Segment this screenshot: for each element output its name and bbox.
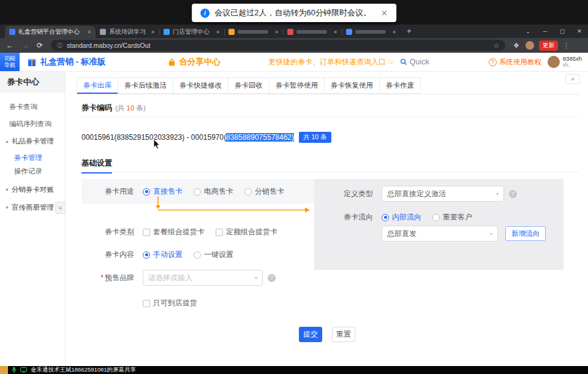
radio-one-click-setup[interactable]: 一键设置 <box>194 250 233 260</box>
quick-link[interactable]: Quick <box>410 58 429 66</box>
favicon <box>287 29 293 35</box>
checkbox-label: 定额组合提货卡 <box>226 227 277 237</box>
radio-manual-setup[interactable]: 手动设置 <box>143 250 183 260</box>
close-button[interactable]: ✕ <box>571 28 588 34</box>
browser-tab-3[interactable]: 门店管理中心 ✕ <box>159 26 224 38</box>
sidebar-item-operation-log[interactable]: 操作记录 <box>0 164 65 178</box>
chevron-down-icon: ▾ <box>491 191 499 197</box>
tab-card-suspend[interactable]: 券卡暂停使用 <box>270 77 325 94</box>
tab-close-icon[interactable]: ✕ <box>271 29 279 35</box>
help-icon[interactable]: ? <box>268 274 276 282</box>
tab-card-later-activate[interactable]: 券卡后续激活 <box>118 77 173 94</box>
back-button[interactable]: ← <box>6 41 13 50</box>
label-text: 预售品牌 <box>105 273 134 282</box>
reset-button[interactable]: 重置 <box>332 327 355 342</box>
collapse-panel-button[interactable]: » <box>565 74 580 84</box>
row-presale-brand: *预售品牌 请选择或输入 ▾ ? <box>98 270 276 286</box>
browser-profile-avatar[interactable] <box>526 41 534 50</box>
screen-share-icon <box>20 367 27 373</box>
tab-card-resume[interactable]: 券卡恢复使用 <box>325 77 380 94</box>
form-label: 定义类型 <box>341 189 373 199</box>
chevron-down-icon[interactable]: ⌄ <box>519 28 537 34</box>
count-number: 10 <box>127 104 135 112</box>
url-text: standard.maboy.cn/CardsOut <box>67 42 150 49</box>
required-asterisk: * <box>100 273 104 282</box>
function-nav-button[interactable]: 功能 导航 <box>0 53 20 71</box>
radio-label: 一键设置 <box>204 250 233 260</box>
row-card-flow: 券卡流向 内部流向 重要客户 <box>341 212 483 223</box>
sidebar-collapse-toggle[interactable]: ≡ <box>55 202 66 214</box>
radio-distribution-sale[interactable]: 分销售卡 <box>244 186 284 197</box>
count-prefix: (共 <box>115 104 127 112</box>
form-label: 券卡类别 <box>102 227 134 237</box>
define-type-select[interactable]: 总部直接定义激活 ▾ <box>382 186 504 202</box>
browser-tab-5[interactable]: ✕ <box>283 26 342 38</box>
address-bar[interactable]: ⓘ standard.maboy.cn/CardsOut ☆ <box>51 40 505 51</box>
flow-target-select[interactable]: 总部直发 ▾ <box>382 226 498 242</box>
new-tab-button[interactable]: + <box>407 26 412 36</box>
add-flow-button[interactable]: 新增流向 <box>505 226 546 241</box>
browser-tab-1[interactable]: 礼盒营销平台管理中心 ✕ <box>5 26 96 38</box>
browser-tab-4[interactable]: ✕ <box>224 26 283 38</box>
tab-title: 门店管理中心 <box>173 28 209 36</box>
toast-message: 会议已超过2人，自动转为60分钟限时会议。 <box>214 7 371 18</box>
tab-close-icon[interactable]: ✕ <box>84 29 91 35</box>
extensions-icon[interactable]: ❖ <box>513 42 519 50</box>
tab-card-outbound[interactable]: 券卡出库 <box>77 77 118 94</box>
tab-close-icon[interactable]: ✕ <box>330 29 337 35</box>
radio-label: 电商售卡 <box>204 186 233 197</box>
tab-close-icon[interactable]: ✕ <box>148 29 155 35</box>
share-center-link[interactable]: 合分享中心 <box>179 56 221 67</box>
sidebar-item-card-query[interactable]: 券卡查询 <box>0 100 65 113</box>
tab-card-void[interactable]: 券卡作废 <box>380 77 421 94</box>
sidebar-item-label: 分销券卡对账 <box>12 185 54 194</box>
row-flow-target: 总部直发 ▾ 新增流向 <box>382 226 546 242</box>
maximize-button[interactable]: ▢ <box>554 28 571 34</box>
chevron-down-icon: ▾ <box>250 275 257 281</box>
browser-tab-2[interactable]: 系统培训学习 ✕ <box>96 26 159 38</box>
brand-select[interactable]: 请选择或输入 ▾ <box>143 270 263 286</box>
browser-update-button[interactable]: 更新 <box>539 40 558 51</box>
minimize-button[interactable]: ─ <box>537 28 554 34</box>
pointer-icon: ☞ <box>388 58 395 66</box>
header-right: ? 系统使用教程 8385xh xh. <box>489 56 582 69</box>
sidebar: 券卡中心 券卡查询 编码序列查询 ▲ 礼品券卡管理 券卡管理 操作记录 ▼ 分销… <box>0 72 66 366</box>
tab-card-quick-edit[interactable]: 券卡快捷修改 <box>173 77 228 94</box>
reload-button[interactable]: ⟳ <box>37 41 43 50</box>
bookmark-star-icon[interactable]: ☆ <box>494 42 499 49</box>
toast-close-icon[interactable]: ✕ <box>381 9 388 18</box>
checkbox-icon <box>143 229 150 236</box>
checkbox-combo-pickup-card[interactable]: 套餐组合提货卡 <box>143 227 205 237</box>
sidebar-item-card-management[interactable]: 券卡管理 <box>0 151 65 164</box>
sidebar-group-gift-card-management[interactable]: ▲ 礼品券卡管理 <box>0 134 65 148</box>
tab-title-placeholder <box>296 30 327 34</box>
forward-button[interactable]: → <box>21 41 29 50</box>
app-header: 功能 导航 礼盒营销 - 标准版 合分享中心 更快捷的券卡、订单和快递查询入口 … <box>0 53 588 72</box>
microphone-icon <box>12 367 17 373</box>
browser-tab-6[interactable]: ✕ <box>342 26 401 38</box>
radio-ecommerce-sale[interactable]: 电商售卡 <box>194 186 233 197</box>
sidebar-group-distribution-card-reconcile[interactable]: ▼ 分销券卡对账 <box>0 183 65 196</box>
user-avatar[interactable] <box>548 56 560 68</box>
favicon <box>164 29 170 35</box>
mouse-cursor <box>153 139 162 151</box>
radio-checked-icon <box>143 188 150 196</box>
tutorial-link[interactable]: 系统使用教程 <box>499 58 541 67</box>
sidebar-item-label: 礼品券卡管理 <box>12 137 54 146</box>
caret-down-icon: ▼ <box>5 205 9 210</box>
help-icon[interactable]: ? <box>509 190 517 198</box>
tab-card-recycle[interactable]: 券卡回收 <box>228 77 270 94</box>
sidebar-item-code-sequence-query[interactable]: 编码序列查询 <box>0 117 65 131</box>
submit-button[interactable]: 提交 <box>299 327 322 342</box>
menu-icon: ≡ <box>59 205 62 211</box>
radio-direct-sale[interactable]: 直接售卡 <box>143 186 183 197</box>
site-info-icon[interactable]: ⓘ <box>57 42 62 50</box>
radio-internal-flow[interactable]: 内部流向 <box>382 212 421 223</box>
tab-close-icon[interactable]: ✕ <box>389 29 396 35</box>
browser-menu-icon[interactable]: ⋮ <box>563 42 570 50</box>
form-label: 券卡用途 <box>102 186 134 197</box>
checkbox-fixed-combo-pickup-card[interactable]: 定额组合提货卡 <box>216 227 277 237</box>
radio-important-customer[interactable]: 重要客户 <box>432 212 472 223</box>
tab-close-icon[interactable]: ✕ <box>213 29 220 35</box>
checkbox-store-pickup-only[interactable]: 只可到店提货 <box>143 298 197 308</box>
